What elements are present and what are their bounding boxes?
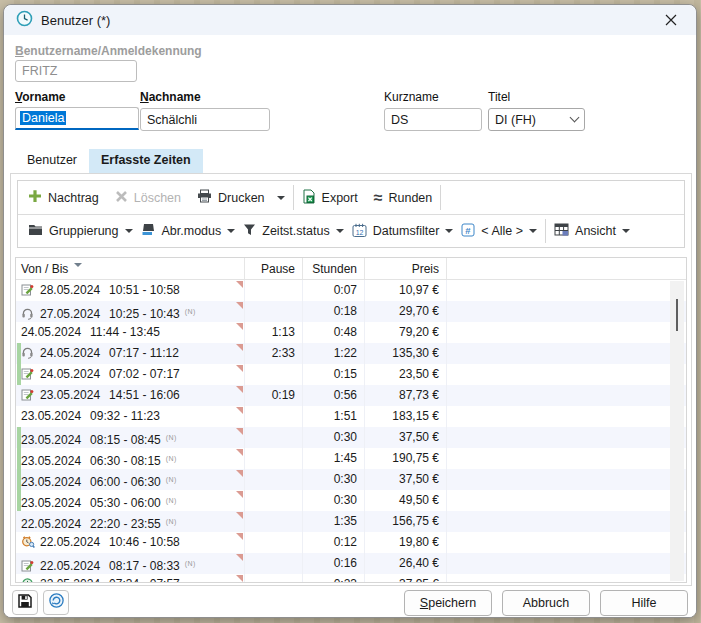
ansicht-caret [622, 229, 630, 237]
calendar-icon: 12 [352, 223, 367, 240]
column-header-stunden[interactable]: Stunden [303, 258, 365, 279]
dialog-benutzer: Benutzer (*) Benutzername/Anmeldekennung… [3, 4, 697, 618]
sync-icon-button[interactable] [43, 590, 69, 615]
cell-filler [447, 322, 686, 343]
table-row[interactable]: 23.05.202408:15 - 08:45(N)0:3037,50 € [16, 427, 686, 448]
nachname-input[interactable] [140, 108, 270, 131]
toolbar-separator [440, 185, 441, 210]
tab-erfasste-zeiten[interactable]: Erfasste Zeiten [89, 149, 203, 173]
cell-stunden: 0:07 [303, 280, 365, 301]
gruppierung-button[interactable]: Gruppierung [28, 223, 133, 239]
table-row[interactable]: 27.05.202410:25 - 10:43(N)0:1829,70 € [16, 301, 686, 322]
speichern-button[interactable]: Speichern [404, 590, 492, 616]
username-label: Benutzername/Anmeldekennung [15, 44, 202, 58]
table-row[interactable]: 24.05.202411:44 - 13:451:130:4879,20 € [16, 322, 686, 343]
scrollbar-thumb[interactable] [676, 299, 678, 331]
column-header-pause[interactable]: Pause [245, 258, 303, 279]
table-row[interactable]: 22.05.202410:46 - 10:580:1219,80 € [16, 532, 686, 553]
cell-von-bis: 24.05.202411:44 - 13:45 [16, 322, 245, 343]
kurzname-input[interactable] [384, 108, 482, 131]
save-icon-button[interactable] [12, 590, 38, 615]
runden-button[interactable]: ≈ Runden [374, 191, 433, 205]
cell-von-bis: 24.05.202407:02 - 07:17 [16, 364, 245, 385]
loeschen-button[interactable]: Löschen [115, 190, 181, 206]
zeitststatus-button[interactable]: Zeitst.status [243, 223, 343, 239]
time-range-text: 08:17 - 08:33 [109, 559, 180, 573]
table-row[interactable]: 22.05.202408:17 - 08:33(N)0:1626,40 € [16, 553, 686, 574]
cell-preis: 23,50 € [365, 364, 447, 385]
table-row[interactable]: 23.05.202414:51 - 16:060:190:5687,73 € [16, 385, 686, 406]
cell-preis: 156,75 € [365, 511, 447, 532]
cell-preis: 87,73 € [365, 385, 447, 406]
date-text: 28.05.2024 [40, 283, 100, 297]
username-input[interactable] [15, 60, 137, 82]
folder-icon [28, 223, 43, 239]
datumsfilter-button[interactable]: 12 Datumsfilter [352, 223, 454, 240]
drucken-dropdown-caret[interactable] [277, 196, 285, 204]
nummernfilter-button[interactable]: # < Alle > [461, 223, 537, 240]
toolbar-row-1: Nachtrag Löschen Drucken Export [18, 181, 684, 215]
note-corner-marker [236, 386, 243, 393]
cell-pause [245, 574, 303, 583]
time-range-text: 10:25 - 10:43 [109, 307, 180, 321]
note-corner-marker [236, 470, 243, 477]
table-row[interactable]: 23.05.202406:30 - 08:15(N)1:45190,75 € [16, 448, 686, 469]
cell-von-bis: 22.05.202422:20 - 23:55(N) [16, 511, 245, 532]
column-header-preis[interactable]: Preis [365, 258, 447, 279]
date-text: 23.05.2024 [21, 433, 81, 447]
abbruch-button[interactable]: Abbruch [502, 590, 590, 616]
cell-von-bis: 27.05.202410:25 - 10:43(N) [16, 301, 245, 322]
sort-descending-icon [74, 263, 82, 271]
cell-filler [447, 364, 686, 385]
date-text: 23.05.2024 [21, 496, 81, 510]
cell-filler [447, 532, 686, 553]
cell-stunden: 1:45 [303, 448, 365, 469]
time-range-text: 08:15 - 08:45 [90, 433, 161, 447]
time-range-text: 07:34 - 07:57 [109, 577, 180, 583]
table-row[interactable]: 24.05.202407:02 - 07:170:1523,50 € [16, 364, 686, 385]
cell-preis: 37,50 € [365, 427, 447, 448]
toolbar-container: Nachtrag Löschen Drucken Export [17, 180, 685, 248]
titel-dropdown[interactable]: DI (FH) [488, 108, 585, 131]
dialog-buttons: Speichern Abbruch Hilfe [394, 590, 688, 616]
tab-benutzer[interactable]: Benutzer [15, 149, 89, 173]
night-marker: (N) [166, 476, 177, 483]
abrmodus-button[interactable]: Abr.modus [141, 223, 236, 239]
column-header-von-bis[interactable]: Von / Bis [16, 258, 245, 279]
table-row[interactable]: 22.05.202407:34 - 07:570:2337,95 € [16, 574, 686, 583]
titel-value: DI (FH) [495, 113, 536, 127]
cell-preis: 37,50 € [365, 469, 447, 490]
table-row[interactable]: 28.05.202410:51 - 10:580:0710,97 € [16, 280, 686, 301]
cell-pause [245, 553, 303, 574]
night-marker: (N) [166, 434, 177, 441]
hilfe-button[interactable]: Hilfe [600, 590, 688, 616]
nachtrag-button[interactable]: Nachtrag [28, 189, 99, 206]
note-corner-marker [236, 575, 243, 582]
note-corner-marker [236, 533, 243, 540]
close-button[interactable] [658, 9, 684, 31]
table-row[interactable]: 22.05.202422:20 - 23:55(N)1:35156,75 € [16, 511, 686, 532]
table-row[interactable]: 23.05.202406:00 - 06:30(N)0:3037,50 € [16, 469, 686, 490]
cell-stunden: 0:30 [303, 490, 365, 511]
column-header-filler [447, 258, 686, 279]
cell-von-bis: 22.05.202408:17 - 08:33(N) [16, 553, 245, 574]
headset-icon [21, 343, 40, 364]
drucken-button[interactable]: Drucken [197, 189, 265, 206]
title-bar[interactable]: Benutzer (*) [4, 5, 696, 35]
cell-stunden: 0:12 [303, 532, 365, 553]
cell-pause: 0:19 [245, 385, 303, 406]
abrmodus-icon [141, 223, 156, 239]
cell-filler [447, 301, 686, 322]
cell-preis: 37,95 € [365, 574, 447, 583]
ansicht-button[interactable]: Ansicht [554, 223, 630, 239]
note-corner-marker [236, 365, 243, 372]
table-row[interactable]: 23.05.202409:32 - 11:231:51183,15 € [16, 406, 686, 427]
export-button[interactable]: Export [302, 189, 358, 207]
titel-label: Titel [488, 90, 510, 104]
cell-von-bis: 28.05.202410:51 - 10:58 [16, 280, 245, 301]
note-corner-marker [236, 512, 243, 519]
vorname-field[interactable]: Daniela [15, 107, 139, 130]
table-row[interactable]: 23.05.202405:30 - 06:00(N)0:3049,50 € [16, 490, 686, 511]
table-row[interactable]: 24.05.202407:17 - 11:122:331:22135,30 € [16, 343, 686, 364]
vertical-scrollbar[interactable] [670, 281, 684, 581]
